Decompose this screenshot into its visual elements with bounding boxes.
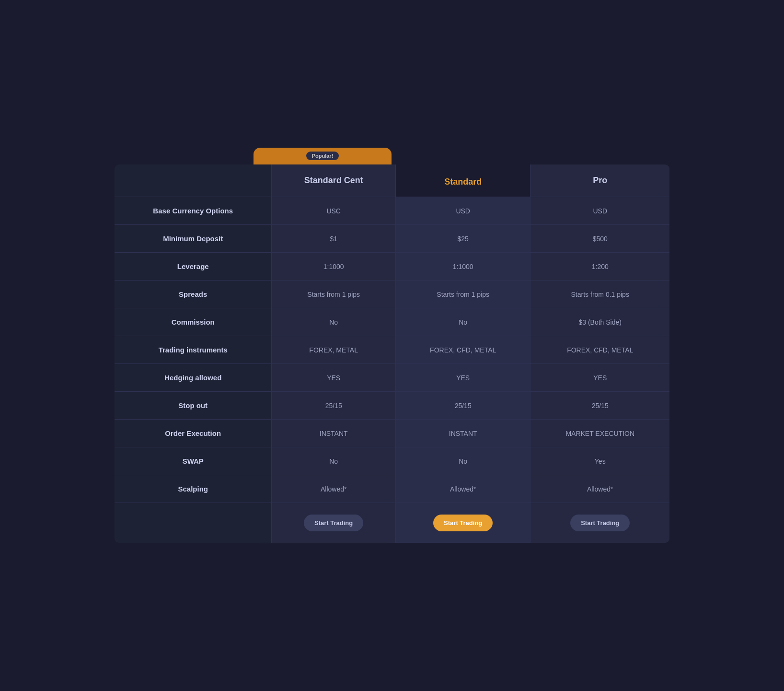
table-row: Hedging allowedYESYESYES xyxy=(115,364,670,392)
button-cell-standard: Start Trading xyxy=(395,503,530,543)
cell-standard: 25/15 xyxy=(395,392,530,420)
table-row: Leverage1:10001:10001:200 xyxy=(115,253,670,281)
start-trading-standard-button[interactable]: Start Trading xyxy=(433,515,493,531)
comparison-table: — Standard Cent Standard Pro xyxy=(114,164,670,543)
row-label: Trading instruments xyxy=(115,336,272,364)
table-container: — Standard Cent Standard Pro xyxy=(114,164,670,543)
col-header-label: — xyxy=(115,164,272,197)
row-label: SWAP xyxy=(115,447,272,475)
row-label: Scalping xyxy=(115,475,272,503)
standard-cent-title: Standard Cent xyxy=(304,176,363,185)
cell-standard-cent: Allowed* xyxy=(272,475,395,503)
cell-pro: Yes xyxy=(530,447,670,475)
button-cell-pro: Start Trading xyxy=(530,503,670,543)
cell-standard: USD xyxy=(395,197,530,225)
row-label: Base Currency Options xyxy=(115,197,272,225)
cell-pro: $3 (Both Side) xyxy=(530,308,670,336)
button-row: Start TradingStart TradingStart Trading xyxy=(115,503,670,543)
cell-standard-cent: FOREX, METAL xyxy=(272,336,395,364)
col-header-standard-cent: Standard Cent xyxy=(272,164,395,197)
cell-standard: YES xyxy=(395,364,530,392)
row-label: Leverage xyxy=(115,253,272,281)
table-row: ScalpingAllowed*Allowed*Allowed* xyxy=(115,475,670,503)
row-label: Hedging allowed xyxy=(115,364,272,392)
cell-pro: USD xyxy=(530,197,670,225)
cell-pro: 25/15 xyxy=(530,392,670,420)
col-header-pro: Pro xyxy=(530,164,670,197)
table-row: CommissionNoNo$3 (Both Side) xyxy=(115,308,670,336)
row-label: Spreads xyxy=(115,281,272,308)
button-cell-standard-cent: Start Trading xyxy=(272,503,395,543)
start-trading-pro-button[interactable]: Start Trading xyxy=(570,515,630,531)
row-label: Commission xyxy=(115,308,272,336)
cell-pro: Starts from 0.1 pips xyxy=(530,281,670,308)
popular-badge-area: Popular! xyxy=(254,148,392,164)
comparison-table-wrapper: Popular! — Standard Cent Standard xyxy=(114,148,670,543)
table-row: SWAPNoNoYes xyxy=(115,447,670,475)
cell-standard-cent: No xyxy=(272,447,395,475)
cell-standard-cent: INSTANT xyxy=(272,420,395,447)
cell-standard: Allowed* xyxy=(395,475,530,503)
cell-pro: FOREX, CFD, METAL xyxy=(530,336,670,364)
start-trading-standard-cent-button[interactable]: Start Trading xyxy=(304,515,363,531)
cell-standard-cent: 1:1000 xyxy=(272,253,395,281)
row-label: Order Execution xyxy=(115,420,272,447)
cell-pro: Allowed* xyxy=(530,475,670,503)
cell-standard-cent: USC xyxy=(272,197,395,225)
cell-standard-cent: Starts from 1 pips xyxy=(272,281,395,308)
col-header-standard: Standard xyxy=(395,164,530,197)
pro-title: Pro xyxy=(593,176,607,185)
table-row: Trading instrumentsFOREX, METALFOREX, CF… xyxy=(115,336,670,364)
outer-wrapper: Popular! — Standard Cent Standard xyxy=(114,148,670,543)
cell-standard-cent: 25/15 xyxy=(272,392,395,420)
row-label: Stop out xyxy=(115,392,272,420)
cell-pro: YES xyxy=(530,364,670,392)
cell-standard-cent: YES xyxy=(272,364,395,392)
popular-badge: Popular! xyxy=(306,152,339,160)
cell-standard: FOREX, CFD, METAL xyxy=(395,336,530,364)
cell-pro: MARKET EXECUTION xyxy=(530,420,670,447)
table-row: Minimum Deposit$1$25$500 xyxy=(115,225,670,253)
cell-standard: 1:1000 xyxy=(395,253,530,281)
cell-standard-cent: $1 xyxy=(272,225,395,253)
table-row: Order ExecutionINSTANTINSTANTMARKET EXEC… xyxy=(115,420,670,447)
cell-standard: $25 xyxy=(395,225,530,253)
table-row: SpreadsStarts from 1 pipsStarts from 1 p… xyxy=(115,281,670,308)
cell-standard: No xyxy=(395,308,530,336)
row-label: Minimum Deposit xyxy=(115,225,272,253)
button-row-label xyxy=(115,503,272,543)
cell-standard-cent: No xyxy=(272,308,395,336)
standard-title: Standard xyxy=(444,177,482,187)
cell-standard: Starts from 1 pips xyxy=(395,281,530,308)
table-row: Stop out25/1525/1525/15 xyxy=(115,392,670,420)
cell-pro: $500 xyxy=(530,225,670,253)
cell-standard: No xyxy=(395,447,530,475)
cell-standard: INSTANT xyxy=(395,420,530,447)
table-row: Base Currency OptionsUSCUSDUSD xyxy=(115,197,670,225)
cell-pro: 1:200 xyxy=(530,253,670,281)
